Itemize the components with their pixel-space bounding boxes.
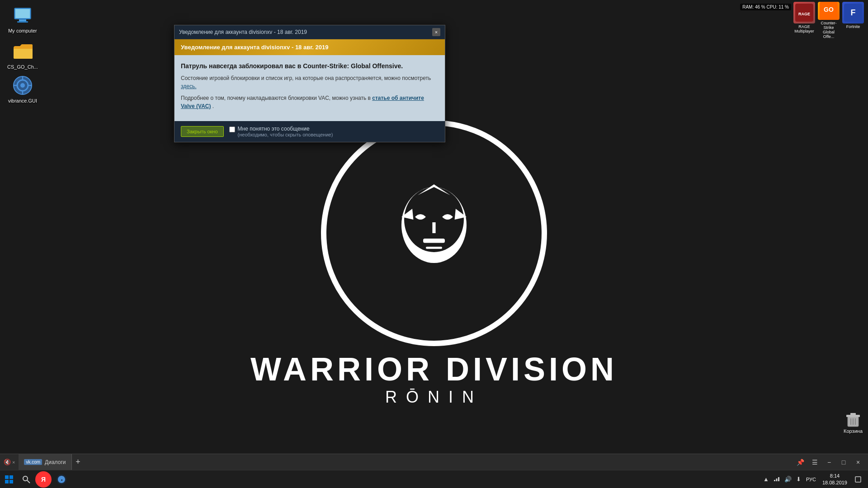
svg-line-33: [27, 480, 30, 483]
browser-bar: 🔇 × vk.com Диалоги + 📌 ☰ − □ ×: [0, 454, 868, 470]
new-tab-button[interactable]: +: [72, 456, 85, 469]
svg-rect-35: [774, 480, 775, 481]
background-logo: WARRIOR DIVISION RŌNIN: [250, 120, 618, 407]
svg-text:GO: GO: [824, 6, 834, 13]
desktop-icon-vibrance[interactable]: vibrance.GUI: [5, 75, 41, 103]
dialog-sub-text-1: Состояние игровой блокировки и список иг…: [181, 74, 439, 90]
fortnite-tray[interactable]: F Fortnite: [842, 2, 864, 33]
clock-display[interactable]: 8:14 18.08.2019: [820, 473, 850, 486]
bookmark-button[interactable]: 📌: [794, 456, 807, 469]
notification-tray-item[interactable]: ▲: [762, 476, 770, 483]
vibrance-icon: [12, 75, 33, 96]
ram-cpu-badge: RAM: 46 % CPU: 11 %: [740, 4, 791, 10]
taskbar: Я ▲ 🔊 ⬇ РУС 8:14 18.08.2019: [0, 470, 868, 488]
download-tray-icon[interactable]: ⬇: [795, 476, 802, 483]
svg-rect-6: [15, 9, 30, 18]
svg-rect-8: [17, 21, 28, 23]
browser-tab-vk[interactable]: vk.com Диалоги: [19, 454, 71, 470]
checkbox-main-label: Мне понятно это сообщение: [238, 126, 333, 132]
my-computer-label: My computer: [8, 28, 37, 33]
dialog-header-text: Уведомление для аккаунта divisionxv - 18…: [181, 44, 328, 51]
close-browser-button[interactable]: ×: [852, 456, 864, 469]
steam-icon: [56, 474, 67, 485]
csgo-tray[interactable]: GO Counter-StrikeGlobal Offe...: [817, 2, 840, 33]
svg-rect-36: [776, 479, 777, 481]
tab-dialogi-label: Диалоги: [45, 459, 66, 465]
dialog-close-button[interactable]: ×: [432, 28, 440, 36]
checkbox-sub-label: (необходимо, чтобы скрыть оповещение): [238, 132, 333, 137]
svg-point-32: [23, 476, 28, 481]
recycle-bin-svg: [844, 410, 862, 428]
svg-rect-7: [19, 19, 26, 21]
dialog-header-banner: Уведомление для аккаунта divisionxv - 18…: [175, 39, 445, 55]
close-tab-x[interactable]: ×: [12, 460, 15, 465]
dialog-sub1-prefix: Состояние игровой блокировки и список иг…: [181, 75, 431, 81]
fortnite-label: Fortnite: [846, 24, 860, 29]
my-computer-icon: [12, 5, 33, 26]
svg-rect-38: [855, 477, 861, 482]
svg-rect-30: [5, 480, 9, 483]
taskbar-tray: ▲ 🔊 ⬇ РУС 8:14 18.08.2019: [758, 473, 868, 486]
steam-taskbar[interactable]: [53, 471, 70, 488]
system-tray-top: RAM: 46 % CPU: 11 % RAGE RAGEMultiplayer…: [736, 0, 868, 35]
desktop-icon-my-computer[interactable]: My computer: [5, 5, 41, 33]
close-window-button[interactable]: Закрыть окно: [181, 126, 224, 137]
menu-button[interactable]: ☰: [808, 456, 821, 469]
notification-icon: [854, 476, 862, 483]
start-button[interactable]: [0, 470, 18, 488]
search-button[interactable]: [18, 471, 34, 488]
network-icon: [774, 475, 780, 482]
csgo-label: Counter-StrikeGlobal Offe...: [817, 21, 840, 39]
dialog-title: Уведомление для аккаунта divisionxv - 18…: [179, 29, 307, 35]
dialog-sub-text-2: Подробнее о том, почему накладываются бл…: [181, 94, 439, 110]
checkbox-area: Мне понятно это сообщение (необходимо, ч…: [229, 126, 333, 137]
svg-rect-29: [9, 475, 13, 479]
svg-text:F: F: [851, 8, 856, 17]
svg-rect-37: [778, 477, 779, 481]
dialog-body: Патруль навсегда заблокировал вас в Coun…: [175, 55, 445, 121]
dialog-link-here[interactable]: здесь.: [181, 83, 197, 89]
dialog-main-text: Патруль навсегда заблокировал вас в Coun…: [181, 62, 439, 70]
recycle-bin-icon[interactable]: Корзина: [844, 410, 863, 434]
understand-checkbox[interactable]: [229, 127, 235, 132]
recycle-bin-label: Корзина: [844, 428, 863, 434]
svg-rect-24: [850, 413, 856, 415]
svg-rect-4: [426, 247, 442, 249]
keyboard-lang[interactable]: РУС: [804, 477, 818, 482]
clock-date: 18.08.2019: [822, 479, 847, 486]
network-tray-icon[interactable]: [772, 475, 781, 483]
mask-svg: [380, 179, 488, 287]
rage-icon: RAGE: [793, 2, 815, 23]
vibrance-label: vibrance.GUI: [8, 98, 37, 103]
search-icon: [22, 475, 30, 483]
csgo-folder-icon: [12, 41, 33, 62]
csgo-icon: GO: [818, 2, 840, 20]
mute-icon: 🔇: [4, 459, 11, 465]
logo-circle: [321, 120, 547, 346]
minimize-browser-button[interactable]: −: [823, 456, 835, 469]
notification-center-button[interactable]: [852, 473, 864, 486]
warrior-division-text: WARRIOR DIVISION: [250, 351, 618, 388]
rage-label: RAGEMultiplayer: [794, 24, 814, 33]
svg-rect-28: [5, 475, 9, 479]
svg-rect-3: [423, 239, 445, 243]
logo-inner: [348, 147, 520, 319]
steam-dialog: Уведомление для аккаунта divisionxv - 18…: [174, 25, 445, 142]
browser-mute-btn[interactable]: 🔇 ×: [0, 459, 19, 465]
browser-right-controls: 📌 ☰ − □ ×: [794, 456, 868, 469]
rage-multiplayer-tray[interactable]: RAGE RAGEMultiplayer: [793, 2, 816, 33]
desktop-icon-csgo-ch[interactable]: CS_GO_Ch...: [5, 41, 41, 70]
svg-rect-31: [9, 480, 13, 483]
vk-badge: vk.com: [24, 459, 42, 465]
sound-tray-icon[interactable]: 🔊: [783, 476, 793, 483]
clock-time: 8:14: [822, 473, 847, 479]
checkbox-label-container: Мне понятно это сообщение (необходимо, ч…: [238, 126, 333, 137]
svg-rect-2: [432, 222, 435, 233]
windows-logo: [5, 475, 14, 484]
desktop: WARRIOR DIVISION RŌNIN My computer CS_GO…: [0, 0, 868, 488]
yandex-browser-taskbar[interactable]: Я: [35, 471, 52, 488]
dialog-sub2-prefix: Подробнее о том, почему накладываются бл…: [181, 95, 371, 101]
dialog-titlebar[interactable]: Уведомление для аккаунта divisionxv - 18…: [175, 25, 445, 39]
svg-point-11: [20, 83, 25, 88]
maximize-browser-button[interactable]: □: [837, 456, 850, 469]
